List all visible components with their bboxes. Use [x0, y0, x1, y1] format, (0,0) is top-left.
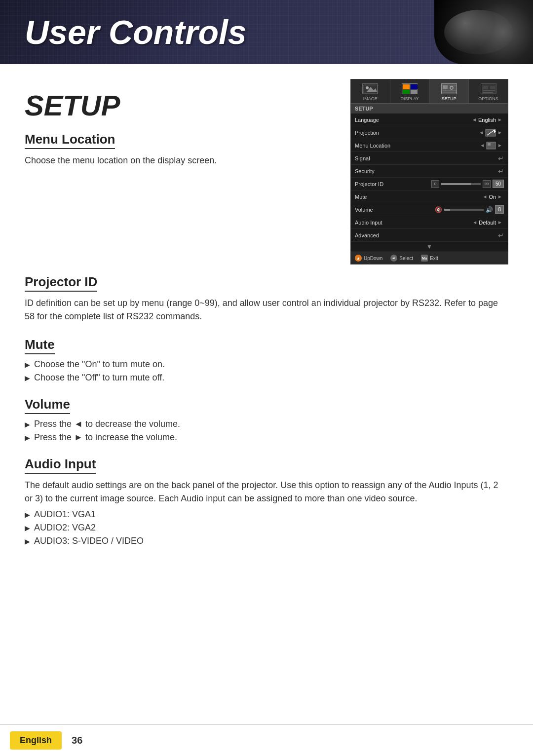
svg-point-11 — [450, 86, 453, 89]
menu-location-title: Menu Location — [25, 132, 115, 149]
osd-row-signal: Signal ↵ — [351, 152, 508, 165]
bullet-arrow-5: ▶ — [25, 511, 30, 519]
osd-tab-options: OPTIONS — [469, 79, 508, 103]
osd-footer-select: ↵ Select — [390, 255, 413, 262]
osd-menu: IMAGE DISPLAY — [350, 79, 508, 265]
svg-rect-13 — [483, 86, 488, 89]
osd-footer-updown: ▲ UpDown — [355, 255, 382, 262]
osd-row-menu-location: Menu Location ◄ ► — [351, 139, 508, 152]
projector-id-slider: 0 99 50 — [431, 180, 504, 188]
osd-row-advanced: Advanced ↵ — [351, 229, 508, 242]
volume-slider: 🔇 🔊 8 — [435, 205, 504, 214]
display-tab-label: DISPLAY — [400, 96, 419, 101]
mute-bullet-2: ▶ Choose the "Off" to turn mute off. — [25, 373, 508, 383]
bullet-arrow-2: ▶ — [25, 374, 30, 382]
osd-tab-image: IMAGE — [351, 79, 390, 103]
svg-rect-14 — [490, 86, 495, 89]
osd-tab-setup: SETUP — [430, 79, 469, 103]
section-projector-id: Projector ID ID definition can be set up… — [25, 274, 508, 323]
volume-bullet-1: ▶ Press the ◄ to decrease the volume. — [25, 419, 508, 429]
setup-tab-icon — [441, 83, 457, 94]
volume-bullet-2: ▶ Press the ► to increase the volume. — [25, 432, 508, 443]
audio-input-text: The default audio settings are on the ba… — [25, 479, 508, 505]
osd-row-mute: Mute ◄ On ► — [351, 190, 508, 203]
audio-input-title: Audio Input — [25, 456, 96, 474]
svg-rect-3 — [403, 84, 410, 89]
section-volume: Volume ▶ Press the ◄ to decrease the vol… — [25, 397, 508, 443]
bullet-arrow-3: ▶ — [25, 420, 30, 428]
svg-rect-15 — [483, 90, 495, 91]
audio-bullet-1: ▶ AUDIO1: VGA1 — [25, 509, 508, 520]
projector-id-text: ID definition can be set up by menu (ran… — [25, 297, 508, 323]
display-tab-icon — [402, 83, 418, 94]
page-header: User Controls — [0, 0, 533, 64]
bullet-arrow-4: ▶ — [25, 434, 30, 442]
footer-language-badge: English — [10, 731, 62, 750]
svg-point-2 — [366, 86, 369, 89]
osd-row-volume: Volume 🔇 🔊 8 — [351, 203, 508, 216]
osd-row-projection: Projection ◄ ► — [351, 126, 508, 139]
svg-rect-5 — [403, 90, 410, 94]
osd-row-projector-id: Projector ID 0 99 50 — [351, 178, 508, 190]
section-mute: Mute ▶ Choose the "On" to turn mute on. … — [25, 337, 508, 383]
bullet-arrow-6: ▶ — [25, 524, 30, 532]
page-footer: English 36 — [0, 724, 533, 756]
lens-decoration — [434, 0, 533, 64]
svg-rect-8 — [443, 90, 457, 91]
main-content: IMAGE DISPLAY — [0, 64, 533, 575]
options-tab-icon — [481, 83, 496, 94]
language-label: English — [20, 735, 52, 746]
osd-footer: ▲ UpDown ↵ Select Mn Exit — [351, 252, 508, 264]
osd-tab-display: DISPLAY — [390, 79, 430, 103]
volume-title: Volume — [25, 397, 70, 414]
svg-rect-6 — [411, 90, 418, 94]
osd-row-security: Security ↵ — [351, 165, 508, 178]
options-tab-label: OPTIONS — [478, 96, 498, 101]
section-audio-input: Audio Input The default audio settings a… — [25, 456, 508, 546]
osd-scroll-down: ▼ — [351, 242, 508, 252]
svg-rect-4 — [411, 84, 418, 89]
projector-id-title: Projector ID — [25, 274, 97, 292]
setup-label: SETUP — [25, 89, 197, 122]
bullet-arrow-1: ▶ — [25, 361, 30, 369]
svg-rect-9 — [443, 92, 457, 93]
osd-row-language: Language ◄ English ► — [351, 113, 508, 126]
svg-rect-16 — [483, 92, 493, 93]
svg-rect-7 — [443, 85, 448, 89]
osd-screenshot: IMAGE DISPLAY — [350, 79, 508, 265]
svg-rect-21 — [488, 143, 491, 146]
image-tab-icon — [362, 83, 378, 94]
setup-tab-label: SETUP — [442, 96, 457, 101]
audio-bullet-2: ▶ AUDIO2: VGA2 — [25, 523, 508, 533]
page-title: User Controls — [25, 13, 247, 51]
bullet-arrow-7: ▶ — [25, 537, 30, 545]
mute-bullet-1: ▶ Choose the "On" to turn mute on. — [25, 359, 508, 370]
osd-footer-exit: Mn Exit — [421, 255, 438, 262]
image-tab-label: IMAGE — [363, 96, 378, 101]
footer-page-number: 36 — [72, 735, 82, 746]
osd-section-setup: SETUP — [351, 104, 508, 113]
audio-bullet-3: ▶ AUDIO3: S-VIDEO / VIDEO — [25, 536, 508, 546]
osd-tab-bar: IMAGE DISPLAY — [351, 79, 508, 104]
osd-row-audio-input: Audio Input ◄ Default ► — [351, 216, 508, 229]
svg-rect-10 — [449, 85, 457, 86]
mute-title: Mute — [25, 337, 55, 354]
